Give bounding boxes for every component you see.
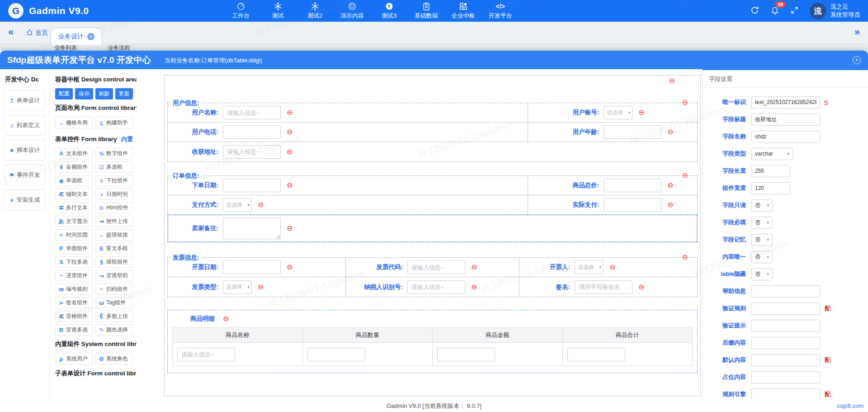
remove-field-icon[interactable]: ⊖ [287, 225, 292, 232]
user-account-select[interactable]: 请选择▾ [604, 106, 632, 119]
remove-field-icon[interactable]: ⊖ [471, 284, 477, 291]
remove-field-icon[interactable]: ⊖ [471, 264, 477, 271]
form-component-item[interactable]: A 文本组件 [55, 148, 93, 159]
form-component-item[interactable]: ~ 扫码组件 [95, 284, 133, 295]
refresh-icon[interactable] [750, 5, 760, 17]
remove-field-icon[interactable]: ⊖ [287, 109, 292, 116]
form-component-item[interactable]: ☑ 多选框 [95, 161, 133, 173]
layout-item[interactable]: ↔ 栅格布局 [55, 117, 93, 129]
form-component-item[interactable]: ✎ 颜色选择 [95, 324, 133, 336]
product-name-input[interactable] [177, 348, 235, 361]
settings-control[interactable]: 否 ▾ [751, 234, 773, 246]
form-component-item[interactable]: ◉ 单选框 [55, 175, 93, 186]
modal-close-icon[interactable]: ✕ [853, 56, 861, 64]
form-component-item[interactable]: œ 编号规则 [55, 284, 93, 295]
nav-item-enterprise[interactable]: 企业中枢 [452, 2, 475, 20]
remove-field-icon[interactable]: ⊖ [667, 128, 673, 136]
form-component-item[interactable]: § 级联组件 [95, 256, 133, 268]
user-phone-input[interactable] [223, 125, 281, 139]
tab-business-design[interactable]: 业务设计 ✕ [51, 28, 102, 45]
subtab-business-flow[interactable]: 业务流程 [108, 44, 130, 51]
remove-field-icon[interactable]: ⊖ [258, 201, 264, 208]
settings-control[interactable]: text_20251027162852428 [751, 96, 820, 109]
form-component-item[interactable]: ω Tag组件 [95, 297, 133, 308]
tabs-expand-chevron[interactable]: » [854, 27, 860, 37]
configure-link[interactable]: 配 [825, 356, 830, 364]
settings-control[interactable] [751, 388, 820, 401]
form-component-item[interactable]: ↔ 超级链接 [95, 229, 133, 241]
remove-field-icon[interactable]: ⊖ [258, 284, 264, 291]
remove-field-icon[interactable]: ⊖ [287, 148, 292, 156]
invoice-issuer-select[interactable]: 请选择▾ [575, 260, 604, 274]
settings-control[interactable] [751, 320, 820, 332]
pay-method-select[interactable]: 请选择▾ [223, 198, 252, 212]
settings-control[interactable]: 255 [751, 165, 790, 177]
remove-field-icon[interactable]: ⊖ [287, 264, 292, 271]
form-component-item[interactable]: ½ 数字组件 [95, 148, 133, 159]
form-component-item[interactable]: ≻ 签名组件 [55, 297, 93, 308]
invoice-type-select[interactable]: 请选择▾ [223, 280, 252, 294]
remove-field-icon[interactable]: ⊖ [638, 284, 644, 291]
nav-item-demo[interactable]: 演示内容 [340, 2, 364, 20]
product-subtotal-input[interactable] [567, 348, 625, 361]
form-component-item[interactable]: 〓 多行文本 [55, 202, 93, 213]
invoice-code-input[interactable] [407, 260, 465, 274]
form-component-item[interactable]: ~ 进度组件 [55, 270, 93, 281]
seller-remark-textarea[interactable] [223, 218, 281, 239]
form-component-item[interactable]: ↝ 穿透帮助 [95, 270, 133, 281]
user-address-input[interactable] [223, 145, 281, 159]
remove-field-icon[interactable]: ⊖ [287, 128, 292, 136]
system-component-item[interactable]: ρ 系统用户 [55, 353, 93, 365]
settings-control[interactable]: varchar ▾ [751, 148, 793, 160]
settings-control[interactable]: 收获地址 [751, 114, 820, 126]
product-amount-input[interactable] [437, 348, 495, 361]
nav-item-test[interactable]: 测试 [266, 2, 290, 20]
remove-canvas-icon[interactable]: ⊖ [669, 77, 675, 85]
form-component-item[interactable]: ≡ 下拉组件 [95, 175, 133, 186]
settings-control[interactable] [751, 371, 820, 384]
form-component-item[interactable]: ≈ 时间范围 [55, 229, 93, 241]
product-qty-input[interactable] [307, 348, 365, 361]
settings-control[interactable]: 否 ▾ [751, 268, 773, 280]
remove-field-icon[interactable]: ⊖ [667, 182, 673, 189]
dev-center-item[interactable]: ♫ 列表定义 [4, 115, 45, 136]
user-name-input[interactable] [223, 106, 281, 119]
remove-field-icon[interactable]: ⊖ [638, 109, 644, 116]
settings-control[interactable] [751, 354, 820, 366]
tabs-collapse-chevron[interactable]: « [8, 27, 14, 37]
nav-item-test2[interactable]: 测试2 [303, 2, 327, 20]
design-action-button[interactable]: 刷新 [95, 88, 113, 99]
form-component-item[interactable]: Ê 多图上传 [95, 311, 133, 322]
tab-close-icon[interactable]: ✕ [87, 33, 94, 40]
form-component-item[interactable]: Đ 穿透多选 [55, 324, 93, 336]
settings-control[interactable] [751, 303, 820, 315]
dev-center-item[interactable]: ★ 脚本设计 [4, 140, 45, 161]
order-total-input[interactable] [604, 179, 661, 192]
user-menu[interactable]: 流 流之云 系统管理员 [810, 3, 860, 19]
design-action-button[interactable]: 配置 [55, 88, 73, 99]
settings-control[interactable]: 否 ▾ [751, 217, 773, 229]
fullscreen-icon[interactable] [790, 6, 799, 16]
site-link[interactable]: cojz8.com [837, 403, 863, 409]
settings-control[interactable] [751, 337, 820, 349]
remove-field-icon[interactable]: ⊖ [609, 264, 615, 271]
actual-pay-input[interactable] [604, 198, 661, 212]
form-component-item[interactable]: ◑ 日期时间 [95, 189, 133, 200]
form-component-item[interactable]: Æ 辅助文本 [55, 189, 93, 200]
settings-control[interactable]: 否 ▾ [751, 251, 773, 263]
form-component-item[interactable]: ⇥ 附件上传 [95, 216, 133, 227]
dev-center-item[interactable]: ⚑ 事件开发 [4, 165, 45, 185]
settings-control[interactable]: 120 [751, 182, 790, 194]
form-component-item[interactable]: E 富文本框 [95, 243, 133, 254]
nav-item-devplatform[interactable]: </> 开发平台 [489, 2, 512, 20]
invoice-date-input[interactable] [223, 260, 281, 274]
remove-field-icon[interactable]: ⊖ [287, 182, 292, 189]
layout-item[interactable]: ς 构建助手 [95, 117, 133, 129]
remove-field-icon[interactable]: ⊖ [667, 201, 673, 208]
builtin-tag[interactable]: 内置 [121, 135, 133, 143]
design-action-button[interactable]: 更新 [115, 88, 133, 99]
order-date-input[interactable] [223, 179, 281, 192]
taxpayer-id-input[interactable] [407, 280, 465, 294]
configure-link[interactable]: 配 [825, 304, 830, 313]
form-component-item[interactable]: S 下拉多选 [55, 256, 93, 268]
